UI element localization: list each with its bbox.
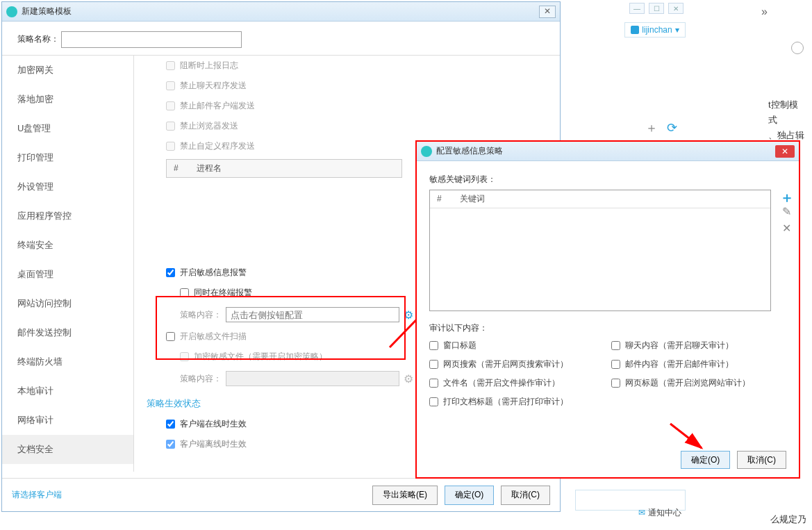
policy-content-input-2 (226, 371, 399, 386)
sidebar-item[interactable]: 应用程序管控 (2, 201, 133, 231)
col-process-name: 进程名 (197, 163, 222, 173)
audit-checkbox-item[interactable]: 聊天内容（需开启聊天审计） (611, 340, 786, 351)
red-arrow-2 (667, 420, 709, 455)
sidebar-item[interactable]: 加密网关 (2, 56, 133, 85)
edit-keyword-icon[interactable]: ✎ (780, 205, 793, 217)
audit-checkbox-item[interactable]: 文件名（需开启文件操作审计） (429, 377, 604, 389)
audit-label: 审计以下内容： (429, 322, 786, 334)
audit-checkbox[interactable] (611, 360, 620, 369)
audit-checkbox-item[interactable]: 邮件内容（需开启邮件审计） (611, 358, 786, 370)
policy-content-label: 策略内容： (180, 309, 222, 321)
refresh-icon[interactable]: ⟳ (667, 121, 677, 135)
dialog-titlebar: 新建策略模板 ✕ (2, 2, 560, 22)
sidebar-item[interactable]: 本地审计 (2, 376, 133, 406)
policy-name-input[interactable] (61, 31, 242, 48)
sidebar-item[interactable]: 审批流程 (2, 464, 133, 472)
col-index: # (174, 163, 194, 173)
audit-checkbox-item[interactable]: 网页搜索（需开启网页搜索审计） (429, 358, 604, 370)
sidebar-item[interactable]: 网络审计 (2, 406, 133, 435)
user-dropdown[interactable]: lijinchan ▾ (624, 22, 686, 38)
check-alarm[interactable] (166, 268, 175, 277)
notify-center[interactable]: 通知中心 (638, 507, 681, 519)
sub-cancel-button[interactable]: 取消(C) (737, 451, 786, 469)
sidebar-item[interactable]: 终端安全 (2, 231, 133, 260)
check-encrypt-file (180, 352, 189, 361)
policy-name-label: 策略名称： (17, 33, 59, 45)
sidebar-item[interactable]: 打印管理 (2, 143, 133, 172)
audit-checkbox-item[interactable]: 窗口标题 (429, 340, 604, 351)
sub-ok-button[interactable]: 确定(O) (681, 451, 730, 469)
add-keyword-icon[interactable]: ＋ (780, 188, 793, 201)
close-button[interactable]: ✕ (539, 6, 556, 18)
ok-button[interactable]: 确定(O) (445, 486, 494, 505)
sub-dialog-title: 配置敏感信息策略 (436, 145, 775, 157)
keyword-list-label: 敏感关键词列表： (429, 174, 786, 185)
sidebar-item[interactable]: 终端防火墙 (2, 347, 133, 376)
emoji-icon[interactable] (791, 42, 804, 54)
audit-checkbox[interactable] (429, 360, 438, 369)
disabled-check-row: 禁止聊天程序发送 (147, 76, 547, 96)
audit-checkbox[interactable] (429, 397, 438, 406)
gear-icon[interactable]: ⚙ (404, 308, 413, 322)
checkbox (166, 61, 175, 70)
bg-text-bottom: 么规定乃 (770, 513, 806, 526)
toolbar-icons: ＋ ⟳ (645, 119, 683, 136)
sidebar-item[interactable]: 外设管理 (2, 172, 133, 201)
checkbox (166, 122, 175, 131)
plus-icon[interactable]: ＋ (645, 121, 658, 135)
svg-line-1 (670, 424, 702, 448)
minimize-icon[interactable]: — (629, 3, 645, 14)
window-controls: — ☐ ✕ (629, 3, 683, 14)
caret-down-icon: ▾ (675, 25, 679, 35)
policy-name-row: 策略名称： (2, 22, 560, 55)
checkbox (166, 101, 175, 110)
app-icon (421, 146, 432, 157)
sidebar-item[interactable]: 桌面管理 (2, 260, 133, 289)
checkbox (166, 142, 175, 151)
policy-content-label2: 策略内容： (180, 373, 222, 385)
sidebar-item[interactable]: 邮件发送控制 (2, 318, 133, 347)
close-icon[interactable]: ✕ (668, 3, 683, 14)
chevrons-icon[interactable]: » (761, 6, 768, 18)
app-icon (6, 6, 17, 17)
audit-checkbox[interactable] (429, 341, 438, 350)
keyword-table: # 关键词 (429, 190, 771, 311)
audit-checkbox[interactable] (611, 379, 620, 388)
close-button[interactable]: ✕ (775, 145, 795, 158)
keyword-actions: ＋ ✎ ✕ (780, 188, 793, 234)
gear-icon-disabled: ⚙ (404, 372, 413, 386)
audit-checkbox-item[interactable]: 打印文档标题（需开启打印审计） (429, 396, 604, 408)
check-terminal-alarm[interactable] (180, 288, 189, 297)
sidebar-item[interactable]: 落地加密 (2, 85, 133, 114)
sensitive-info-dialog: 配置敏感信息策略 ✕ 敏感关键词列表： # 关键词 ＋ ✎ ✕ 审计以下内容： … (415, 140, 800, 479)
bg-text: t控制模式 、独占辑 (768, 97, 806, 143)
disabled-check-row: 阻断时上报日志 (147, 56, 547, 76)
select-client-link[interactable]: 请选择客户端 (12, 489, 62, 501)
check-online[interactable] (166, 420, 175, 429)
category-sidebar[interactable]: 加密网关落地加密U盘管理打印管理外设管理应用程序管控终端安全桌面管理网站访问控制… (2, 56, 134, 472)
dialog-title: 新建策略模板 (22, 6, 539, 17)
disabled-check-row: 禁止邮件客户端发送 (147, 96, 547, 116)
disabled-check-row: 禁止浏览器发送 (147, 116, 547, 136)
check-offline[interactable] (166, 440, 175, 449)
policy-content-input[interactable] (226, 307, 399, 322)
kw-col-name: 关键词 (460, 194, 485, 204)
check-file-scan[interactable] (166, 332, 175, 341)
delete-keyword-icon[interactable]: ✕ (780, 222, 793, 234)
dialog-footer: 请选择客户端 导出策略(E) 确定(O) 取消(C) (2, 478, 560, 511)
kw-col-index: # (437, 194, 458, 204)
audit-checkbox-item[interactable]: 网页标题（需开启浏览网站审计） (611, 377, 786, 389)
sub-dialog-titlebar: 配置敏感信息策略 ✕ (417, 142, 799, 161)
user-name: lijinchan (642, 25, 672, 35)
export-button[interactable]: 导出策略(E) (372, 486, 438, 505)
audit-checkbox[interactable] (611, 341, 620, 350)
checkbox (166, 81, 175, 90)
cancel-button[interactable]: 取消(C) (501, 486, 550, 505)
sidebar-item[interactable]: 网站访问控制 (2, 289, 133, 318)
sidebar-item[interactable]: U盘管理 (2, 114, 133, 143)
audit-checkbox[interactable] (429, 379, 438, 388)
sub-dialog-footer: 确定(O) 取消(C) (674, 451, 786, 469)
user-icon (631, 26, 639, 34)
maximize-icon[interactable]: ☐ (649, 3, 664, 14)
sidebar-item[interactable]: 文档安全 (2, 435, 133, 464)
